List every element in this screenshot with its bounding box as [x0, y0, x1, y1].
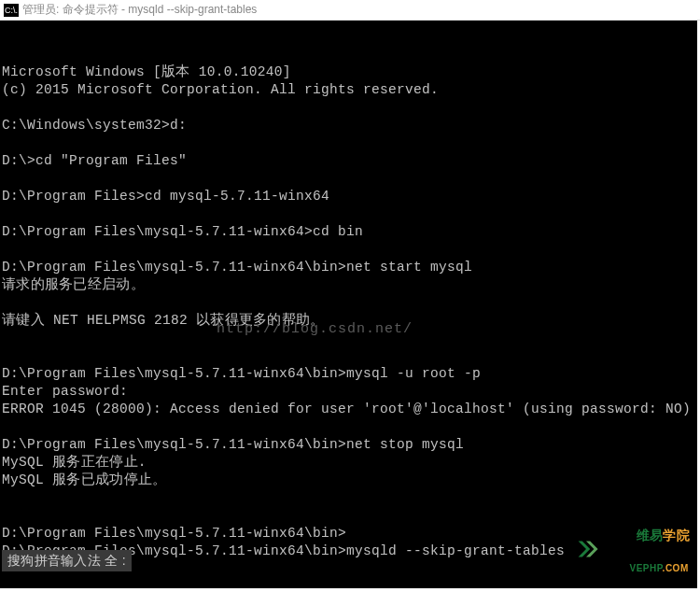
terminal-line: D:\Program Files\mysql-5.7.11-winx64\bin… [2, 259, 697, 276]
terminal-line: D:\Program Files\mysql-5.7.11-winx64>cd … [2, 223, 697, 241]
terminal-line [2, 347, 697, 365]
terminal-line: D:\>cd "Program Files" [2, 152, 697, 170]
terminal-line [2, 241, 697, 259]
terminal-line [2, 205, 697, 223]
terminal-line: C:\Windows\system32>d: [2, 117, 697, 134]
terminal-line [2, 134, 697, 152]
vephp-logo-icon [573, 536, 599, 562]
terminal-line: Microsoft Windows [版本 10.0.10240] [2, 63, 697, 81]
terminal-line [2, 99, 697, 117]
window-titlebar: C:\. 管理员: 命令提示符 - mysqld --skip-grant-ta… [0, 0, 700, 21]
terminal-line [2, 489, 697, 507]
terminal-line [2, 294, 697, 312]
terminal-line: D:\Program Files>cd mysql-5.7.11-winx64 [2, 188, 697, 205]
window-title: 管理员: 命令提示符 - mysqld --skip-grant-tables [22, 2, 257, 18]
logo-text: 维易学院 VEPHP.COM [605, 515, 690, 583]
logo-cn-text: 维易学院 [605, 515, 690, 555]
terminal-line [2, 418, 697, 436]
source-logo-watermark: 维易学院 VEPHP.COM [573, 515, 690, 583]
terminal-lines: Microsoft Windows [版本 10.0.10240](c) 201… [2, 63, 697, 560]
terminal-line: 请求的服务已经启动。 [2, 276, 697, 294]
terminal-line: Enter password: [2, 383, 697, 401]
terminal-line: (c) 2015 Microsoft Corporation. All righ… [2, 81, 697, 99]
blog-watermark: http://blog.csdn.net/ [217, 320, 413, 338]
terminal-line: MySQL 服务已成功停止。 [2, 472, 697, 489]
terminal-line [2, 170, 697, 188]
terminal-line: ERROR 1045 (28000): Access denied for us… [2, 401, 697, 418]
logo-url-text: VEPHP.COM [605, 555, 690, 583]
terminal-output[interactable]: Microsoft Windows [版本 10.0.10240](c) 201… [0, 21, 697, 588]
terminal-line: MySQL 服务正在停止. [2, 454, 697, 472]
ime-status-bar: 搜狗拼音输入法 全 : [2, 550, 132, 571]
cmd-icon: C:\. [4, 4, 19, 17]
terminal-line: D:\Program Files\mysql-5.7.11-winx64\bin… [2, 436, 697, 454]
terminal-line: D:\Program Files\mysql-5.7.11-winx64\bin… [2, 365, 697, 383]
